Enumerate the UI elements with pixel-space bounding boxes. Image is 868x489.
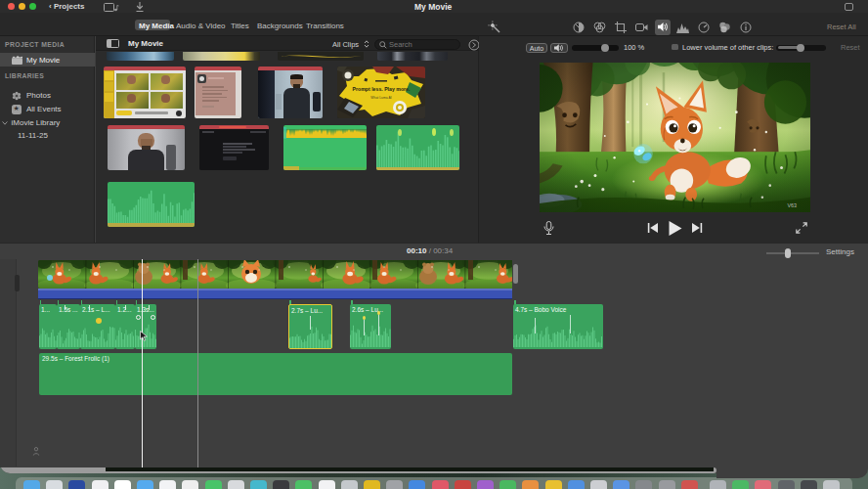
svg-text:Prompt less. Play more.: Prompt less. Play more. — [353, 86, 411, 92]
svg-text:What Luma AI: What Luma AI — [370, 96, 391, 100]
svg-text:V63: V63 — [787, 202, 797, 208]
